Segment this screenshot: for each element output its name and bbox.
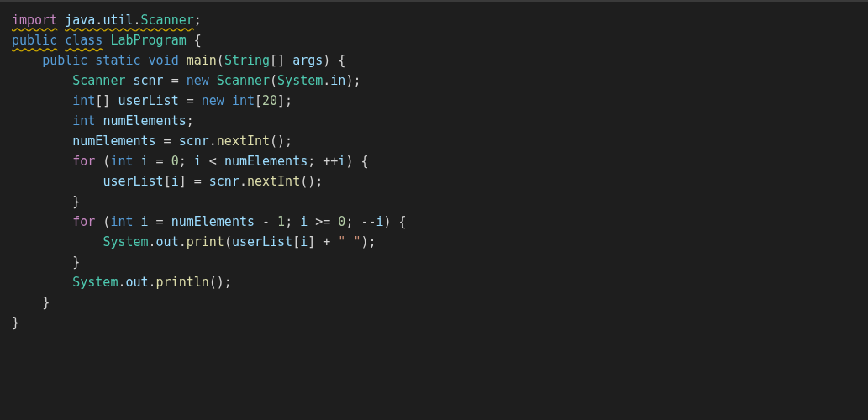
code-line: }	[12, 315, 19, 330]
code-line: }	[12, 194, 80, 209]
var-scnr: scnr	[179, 134, 209, 149]
var-userlist: userList	[103, 174, 163, 189]
var-numelements: numElements	[171, 214, 255, 229]
class-system: System	[277, 73, 323, 88]
brace-close: }	[12, 315, 19, 330]
var-i: i	[300, 234, 308, 249]
type-int: int	[72, 93, 95, 108]
literal-1: 1	[277, 214, 285, 229]
code-line: public class LabProgram {	[12, 33, 202, 48]
literal-0: 0	[171, 154, 179, 169]
code-line: }	[12, 295, 50, 310]
var-scnr: scnr	[209, 174, 239, 189]
ctor-scanner: Scanner	[217, 73, 270, 88]
field-in: in	[330, 73, 345, 88]
var-i: i	[376, 214, 384, 229]
method-print: print	[187, 234, 224, 249]
method-println: println	[156, 275, 209, 290]
var-i: i	[300, 214, 308, 229]
code-line: for (int i = numElements - 1; i >= 0; --…	[12, 214, 407, 229]
method-nextint: nextInt	[247, 174, 300, 189]
keyword-new: new	[187, 73, 209, 88]
keyword-public: public	[42, 53, 87, 68]
var-numelements: numElements	[224, 154, 308, 169]
var-scnr: scnr	[134, 73, 164, 88]
code-line: numElements = scnr.nextInt();	[12, 134, 292, 149]
keyword-import: import	[12, 13, 57, 28]
code-line: for (int i = 0; i < numElements; ++i) {	[12, 154, 368, 169]
method-main: main	[187, 53, 217, 68]
code-line: public static void main(String[] args) {	[12, 53, 345, 68]
keyword-for: for	[72, 154, 95, 169]
code-line: System.out.print(userList[i] + " ");	[12, 234, 376, 249]
brace-close: }	[42, 295, 50, 310]
type-int: int	[110, 154, 133, 169]
var-numelements: numElements	[103, 113, 186, 129]
code-line: }	[12, 255, 80, 270]
var-numelements: numElements	[72, 134, 155, 149]
type-int: int	[110, 214, 133, 229]
param-args: args	[292, 53, 323, 68]
code-line: int numElements;	[12, 113, 194, 129]
keyword-for: for	[72, 214, 95, 229]
package-segment: java	[65, 13, 95, 28]
keyword-class: class	[65, 33, 103, 48]
keyword-void: void	[149, 53, 179, 68]
type-scanner: Scanner	[72, 73, 125, 88]
var-userlist: userList	[118, 93, 178, 108]
class-system: System	[72, 275, 118, 290]
type-int: int	[232, 93, 255, 108]
string-literal: " "	[338, 234, 360, 249]
type-string: String	[224, 53, 270, 68]
code-line: Scanner scnr = new Scanner(System.in);	[12, 73, 360, 88]
var-i: i	[171, 174, 179, 189]
type-int: int	[72, 113, 95, 129]
class-system: System	[103, 234, 148, 249]
field-out: out	[125, 275, 148, 290]
var-i: i	[194, 154, 202, 169]
var-i: i	[141, 154, 149, 169]
class-name: Scanner	[141, 13, 194, 28]
code-line: userList[i] = scnr.nextInt();	[12, 174, 323, 189]
code-line: System.out.println();	[12, 275, 232, 290]
brace-close: }	[72, 194, 80, 209]
code-line: import java.util.Scanner;	[12, 13, 202, 28]
var-userlist: userList	[232, 234, 292, 249]
code-editor[interactable]: import java.util.Scanner; public class L…	[12, 10, 856, 333]
code-line: int[] userList = new int[20];	[12, 93, 292, 108]
var-i: i	[141, 214, 149, 229]
keyword-new: new	[202, 93, 224, 108]
literal-20: 20	[262, 93, 277, 108]
keyword-static: static	[95, 53, 140, 68]
brace-close: }	[72, 255, 80, 270]
package-segment: util	[103, 13, 133, 28]
keyword-public: public	[12, 33, 57, 48]
class-name: LabProgram	[110, 33, 186, 48]
method-nextint: nextInt	[217, 134, 270, 149]
field-out: out	[156, 234, 179, 249]
